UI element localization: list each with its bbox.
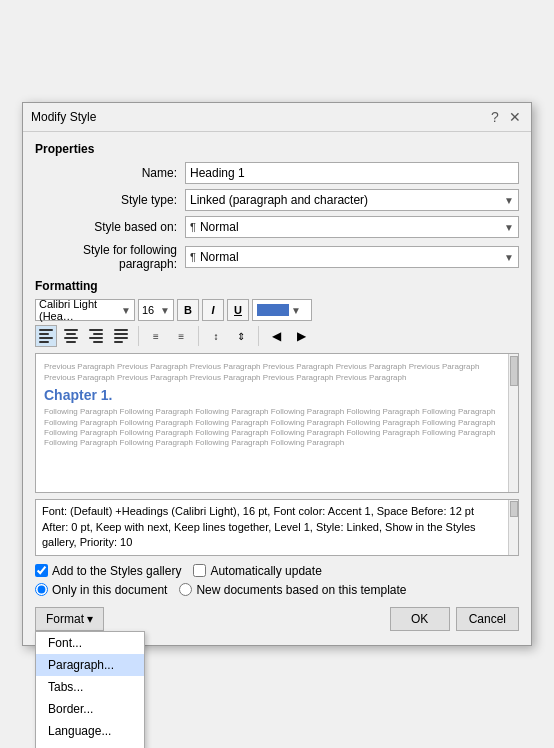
style-based-arrow: ▼: [504, 222, 514, 233]
line-spacing-button[interactable]: ↕: [205, 325, 227, 347]
increase-indent-icon: ▶: [297, 329, 306, 343]
style-type-control: Linked (paragraph and character) ▼: [185, 189, 519, 211]
title-bar-right: ? ✕: [487, 109, 523, 125]
format-dropdown-menu: Font... Paragraph... Tabs... Border... L…: [35, 631, 145, 748]
add-to-gallery-label[interactable]: Add to the Styles gallery: [35, 564, 181, 578]
font-size-value: 16: [142, 304, 154, 316]
style-following-with-icon: ¶ Normal: [190, 250, 239, 264]
new-documents-radio[interactable]: [179, 583, 192, 596]
align-right-2-button[interactable]: ≡: [170, 325, 192, 347]
italic-button[interactable]: I: [202, 299, 224, 321]
font-color-arrow: ▼: [291, 305, 301, 316]
preview-following: Following Paragraph Following Paragraph …: [44, 407, 510, 449]
bottom-row: Format ▾ Font... Paragraph... Tabs... Bo…: [35, 607, 519, 635]
menu-paragraph[interactable]: Paragraph...: [36, 654, 144, 676]
preview-scrollbar[interactable]: [508, 354, 518, 492]
only-document-label[interactable]: Only in this document: [35, 583, 167, 597]
description-text: Font: (Default) +Headings (Calibri Light…: [42, 505, 476, 548]
font-color-swatch: [257, 304, 289, 316]
align-left-button[interactable]: [35, 325, 57, 347]
description-box: Font: (Default) +Headings (Calibri Light…: [35, 499, 519, 555]
align-center-button[interactable]: [60, 325, 82, 347]
style-type-value: Linked (paragraph and character): [190, 193, 368, 207]
name-label: Name:: [35, 166, 185, 180]
style-type-row: Style type: Linked (paragraph and charac…: [35, 189, 519, 211]
font-color-button[interactable]: ▼: [252, 299, 312, 321]
menu-font[interactable]: Font...: [36, 632, 144, 654]
format-button[interactable]: Format ▾: [35, 607, 104, 631]
style-type-dropdown[interactable]: Linked (paragraph and character) ▼: [185, 189, 519, 211]
decrease-indent-button[interactable]: ◀: [265, 325, 287, 347]
distributed-icon: ≡: [153, 331, 159, 342]
toolbar-separator-3: [258, 326, 259, 346]
menu-frame[interactable]: Frame...: [36, 742, 144, 748]
only-document-radio[interactable]: [35, 583, 48, 596]
font-size-arrow: ▼: [160, 305, 170, 316]
ok-button[interactable]: OK: [390, 607, 450, 631]
bold-button[interactable]: B: [177, 299, 199, 321]
auto-update-checkbox[interactable]: [193, 564, 206, 577]
decrease-indent-icon: ◀: [272, 329, 281, 343]
line-spacing-2-button[interactable]: ⇕: [230, 325, 252, 347]
para-icon-1: ¶: [190, 221, 196, 233]
style-based-row: Style based on: ¶ Normal ▼: [35, 216, 519, 238]
style-following-label: Style for following paragraph:: [35, 243, 185, 271]
align-left-icon: [39, 329, 53, 343]
description-scrollbar[interactable]: [508, 500, 518, 554]
style-following-control: ¶ Normal ▼: [185, 246, 519, 268]
formatting-section-label: Formatting: [35, 279, 519, 293]
options-row-1: Add to the Styles gallery Automatically …: [35, 564, 519, 578]
para-icon-2: ¶: [190, 251, 196, 263]
align-justify-icon: [114, 329, 128, 343]
align-right-icon: [89, 329, 103, 343]
preview-box: Previous Paragraph Previous Paragraph Pr…: [35, 353, 519, 493]
style-based-with-icon: ¶ Normal: [190, 220, 239, 234]
underline-button[interactable]: U: [227, 299, 249, 321]
align-justify-button[interactable]: [110, 325, 132, 347]
style-type-label: Style type:: [35, 193, 185, 207]
line-spacing-2-icon: ⇕: [237, 331, 245, 342]
scrollbar-thumb: [510, 356, 518, 386]
dialog-title: Modify Style: [31, 110, 96, 124]
line-spacing-icon: ↕: [214, 331, 219, 342]
preview-chapter: Chapter 1.: [44, 387, 510, 403]
title-bar: Modify Style ? ✕: [23, 103, 531, 132]
new-documents-text: New documents based on this template: [196, 583, 406, 597]
style-following-arrow: ▼: [504, 252, 514, 263]
cancel-button[interactable]: Cancel: [456, 607, 519, 631]
close-button[interactable]: ✕: [507, 109, 523, 125]
help-button[interactable]: ?: [487, 109, 503, 125]
format-btn-container: Format ▾ Font... Paragraph... Tabs... Bo…: [35, 607, 104, 631]
style-based-label: Style based on:: [35, 220, 185, 234]
name-input[interactable]: [185, 162, 519, 184]
increase-indent-button[interactable]: ▶: [290, 325, 312, 347]
ok-cancel-row: OK Cancel: [390, 607, 519, 631]
font-name-value: Calibri Light (Hea…: [39, 298, 121, 322]
only-document-text: Only in this document: [52, 583, 167, 597]
properties-section-label: Properties: [35, 142, 519, 156]
menu-tabs[interactable]: Tabs...: [36, 676, 144, 698]
style-following-dropdown[interactable]: ¶ Normal ▼: [185, 246, 519, 268]
font-name-dropdown[interactable]: Calibri Light (Hea… ▼: [35, 299, 135, 321]
align-toolbar: ≡ ≡ ↕ ⇕ ◀ ▶: [35, 325, 519, 347]
add-to-gallery-text: Add to the Styles gallery: [52, 564, 181, 578]
font-size-dropdown[interactable]: 16 ▼: [138, 299, 174, 321]
new-documents-label[interactable]: New documents based on this template: [179, 583, 406, 597]
menu-language[interactable]: Language...: [36, 720, 144, 742]
style-based-dropdown[interactable]: ¶ Normal ▼: [185, 216, 519, 238]
align-center-icon: [64, 329, 78, 343]
auto-update-label[interactable]: Automatically update: [193, 564, 321, 578]
style-based-control: ¶ Normal ▼: [185, 216, 519, 238]
name-row: Name:: [35, 162, 519, 184]
add-to-gallery-checkbox[interactable]: [35, 564, 48, 577]
formatting-section: Formatting Calibri Light (Hea… ▼ 16 ▼ B …: [35, 279, 519, 347]
auto-update-text: Automatically update: [210, 564, 321, 578]
style-following-row: Style for following paragraph: ¶ Normal …: [35, 243, 519, 271]
style-following-value: Normal: [200, 250, 239, 264]
align-right-button[interactable]: [85, 325, 107, 347]
align-right-2-icon: ≡: [178, 331, 184, 342]
toolbar-separator-1: [138, 326, 139, 346]
distributed-button[interactable]: ≡: [145, 325, 167, 347]
menu-border[interactable]: Border...: [36, 698, 144, 720]
modify-style-dialog: Modify Style ? ✕ Properties Name: Style …: [22, 102, 532, 645]
